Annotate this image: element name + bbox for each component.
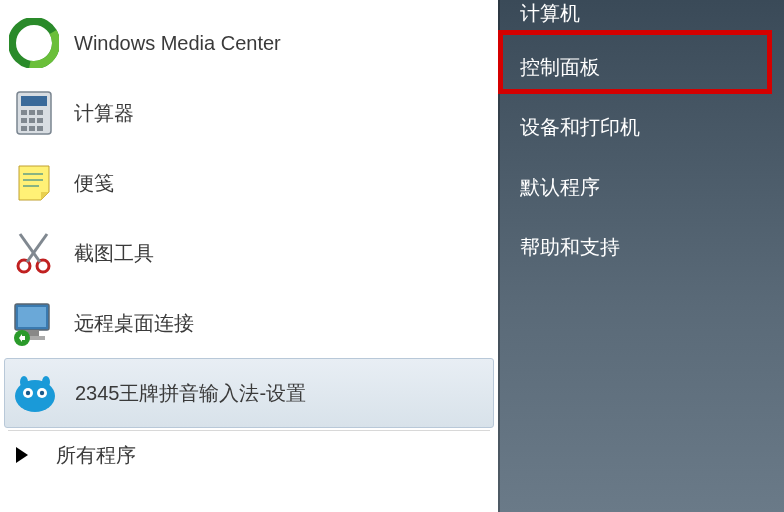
left-item-sticky-notes[interactable]: 便笺 — [0, 148, 498, 218]
separator — [8, 430, 490, 431]
svg-point-29 — [40, 391, 44, 395]
start-menu: Windows Media Center 计算器 — [0, 0, 784, 512]
svg-rect-5 — [29, 110, 35, 115]
left-item-label: 2345王牌拼音输入法-设置 — [75, 380, 306, 407]
media-center-icon — [8, 17, 60, 69]
left-item-remote-desktop[interactable]: 远程桌面连接 — [0, 288, 498, 358]
svg-rect-6 — [37, 110, 43, 115]
left-item-label: Windows Media Center — [74, 32, 281, 55]
svg-rect-3 — [21, 96, 47, 106]
svg-rect-4 — [21, 110, 27, 115]
right-item-help-support[interactable]: 帮助和支持 — [498, 220, 784, 274]
left-item-media-center[interactable]: Windows Media Center — [0, 8, 498, 78]
right-item-devices-printers[interactable]: 设备和打印机 — [498, 100, 784, 154]
arrow-right-icon — [16, 447, 28, 463]
scissors-icon — [8, 227, 60, 279]
ime-2345-icon — [9, 367, 61, 419]
svg-point-31 — [42, 376, 50, 388]
remote-desktop-icon — [8, 297, 60, 349]
svg-point-30 — [20, 376, 28, 388]
all-programs[interactable]: 所有程序 — [0, 433, 498, 477]
left-item-label: 计算器 — [74, 100, 134, 127]
right-item-default-programs[interactable]: 默认程序 — [498, 160, 784, 214]
svg-rect-21 — [18, 307, 46, 327]
right-item-computer[interactable]: 计算机 — [498, 0, 784, 34]
svg-rect-9 — [37, 118, 43, 123]
svg-rect-11 — [29, 126, 35, 131]
left-item-label: 截图工具 — [74, 240, 154, 267]
right-item-label: 默认程序 — [520, 174, 600, 201]
left-item-calculator[interactable]: 计算器 — [0, 78, 498, 148]
right-item-label: 计算机 — [520, 0, 580, 27]
left-item-snipping-tool[interactable]: 截图工具 — [0, 218, 498, 288]
left-item-label: 便笺 — [74, 170, 114, 197]
svg-rect-12 — [37, 126, 43, 131]
left-item-label: 远程桌面连接 — [74, 310, 194, 337]
svg-rect-10 — [21, 126, 27, 131]
all-programs-label: 所有程序 — [56, 442, 136, 469]
right-item-control-panel[interactable]: 控制面板 — [498, 40, 784, 94]
sticky-notes-icon — [8, 157, 60, 209]
calculator-icon — [8, 87, 60, 139]
start-menu-left-panel: Windows Media Center 计算器 — [0, 0, 498, 512]
start-menu-right-panel: 计算机 控制面板 设备和打印机 默认程序 帮助和支持 — [498, 0, 784, 512]
right-item-label: 设备和打印机 — [520, 114, 640, 141]
svg-rect-8 — [29, 118, 35, 123]
right-item-label: 控制面板 — [520, 54, 600, 81]
svg-rect-7 — [21, 118, 27, 123]
svg-point-28 — [26, 391, 30, 395]
right-item-label: 帮助和支持 — [520, 234, 620, 261]
left-item-ime-2345[interactable]: 2345王牌拼音输入法-设置 — [4, 358, 494, 428]
